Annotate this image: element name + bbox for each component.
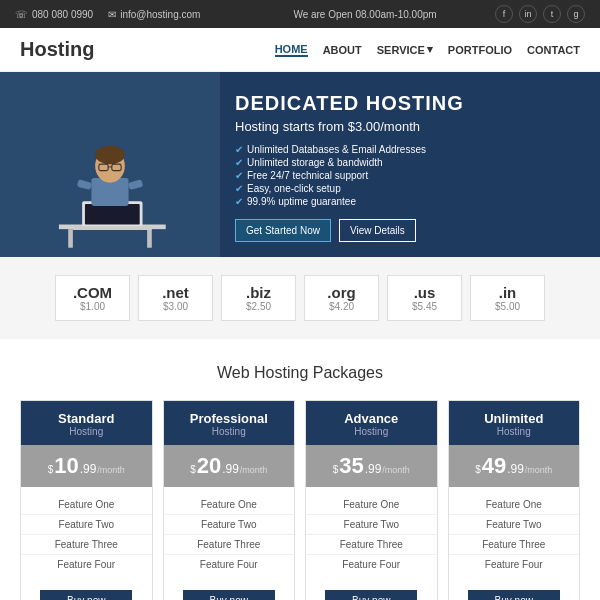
package-professional-footer: Buy now [164, 582, 295, 600]
package-advance: Advance Hosting $ 35 .99 /month Feature … [305, 400, 438, 600]
hero-subtitle: Hosting starts from $3.00/month [235, 119, 580, 134]
domain-com[interactable]: .COM $1.00 [55, 275, 130, 321]
nav-home[interactable]: HOME [275, 43, 308, 57]
twitter-icon[interactable]: t [543, 5, 561, 23]
svg-rect-2 [147, 229, 152, 248]
package-unlimited-header: Unlimited Hosting [449, 401, 580, 445]
nav-about[interactable]: ABOUT [323, 44, 362, 56]
feature-3: ✔Free 24/7 technical support [235, 170, 580, 181]
feature-2: ✔Unlimited storage & bandwidth [235, 157, 580, 168]
get-started-button[interactable]: Get Started Now [235, 219, 331, 242]
open-text: We are Open 08.00am-10.00pm [255, 9, 475, 20]
person-illustration [45, 127, 175, 257]
buy-professional-button[interactable]: Buy now [183, 590, 275, 600]
package-professional-header: Professional Hosting [164, 401, 295, 445]
package-unlimited: Unlimited Hosting $ 49 .99 /month Featur… [448, 400, 581, 600]
package-advance-footer: Buy now [306, 582, 437, 600]
packages-grid: Standard Hosting $ 10 .99 /month Feature… [20, 400, 580, 600]
domain-us[interactable]: .us $5.45 [387, 275, 462, 321]
buy-unlimited-button[interactable]: Buy now [468, 590, 560, 600]
email-icon: ✉ [108, 9, 116, 20]
package-advance-features: Feature One Feature Two Feature Three Fe… [306, 487, 437, 582]
package-standard-price: $ 10 .99 /month [21, 445, 152, 487]
package-standard-header: Standard Hosting [21, 401, 152, 445]
email-address: info@hosting.com [120, 9, 200, 20]
header: Hosting HOME ABOUT SERVICE ▾ PORTFOLIO C… [0, 28, 600, 72]
social-links: f in t g [495, 5, 585, 23]
domain-net[interactable]: .net $3.00 [138, 275, 213, 321]
main-nav: HOME ABOUT SERVICE ▾ PORTFOLIO CONTACT [275, 43, 580, 57]
domain-section: .COM $1.00 .net $3.00 .biz $2.50 .org $4… [0, 257, 600, 339]
view-details-button[interactable]: View Details [339, 219, 416, 242]
package-standard-features: Feature One Feature Two Feature Three Fe… [21, 487, 152, 582]
domain-org[interactable]: .org $4.20 [304, 275, 379, 321]
feature-4: ✔Easy, one-click setup [235, 183, 580, 194]
feature-1: ✔Unlimited Databases & Email Addresses [235, 144, 580, 155]
facebook-icon[interactable]: f [495, 5, 513, 23]
hero-features: ✔Unlimited Databases & Email Addresses ✔… [235, 144, 580, 207]
instagram-icon[interactable]: in [519, 5, 537, 23]
buy-standard-button[interactable]: Buy now [40, 590, 132, 600]
package-advance-price: $ 35 .99 /month [306, 445, 437, 487]
package-professional: Professional Hosting $ 20 .99 /month Fea… [163, 400, 296, 600]
topbar-left: ☏ 080 080 0990 ✉ info@hosting.com [15, 9, 235, 20]
hero-image [0, 72, 220, 257]
hero-title: DEDICATED HOSTING [235, 92, 580, 115]
package-unlimited-footer: Buy now [449, 582, 580, 600]
topbar: ☏ 080 080 0990 ✉ info@hosting.com We are… [0, 0, 600, 28]
svg-rect-4 [85, 204, 140, 224]
google-icon[interactable]: g [567, 5, 585, 23]
package-unlimited-features: Feature One Feature Two Feature Three Fe… [449, 487, 580, 582]
package-standard: Standard Hosting $ 10 .99 /month Feature… [20, 400, 153, 600]
domain-in[interactable]: .in $5.00 [470, 275, 545, 321]
package-professional-price: $ 20 .99 /month [164, 445, 295, 487]
package-advance-header: Advance Hosting [306, 401, 437, 445]
phone-number: 080 080 0990 [32, 9, 93, 20]
svg-rect-12 [77, 179, 92, 190]
nav-contact[interactable]: CONTACT [527, 44, 580, 56]
nav-service[interactable]: SERVICE ▾ [377, 43, 433, 56]
svg-rect-5 [73, 226, 152, 230]
domain-biz[interactable]: .biz $2.50 [221, 275, 296, 321]
svg-rect-13 [128, 179, 143, 190]
phone-icon: ☏ [15, 9, 28, 20]
svg-point-8 [95, 146, 125, 165]
logo: Hosting [20, 38, 275, 61]
feature-5: ✔99.9% uptime guarantee [235, 196, 580, 207]
package-unlimited-price: $ 49 .99 /month [449, 445, 580, 487]
hero-content: DEDICATED HOSTING Hosting starts from $3… [220, 72, 600, 257]
package-standard-footer: Buy now [21, 582, 152, 600]
packages-title: Web Hosting Packages [20, 364, 580, 382]
hero-section: DEDICATED HOSTING Hosting starts from $3… [0, 72, 600, 257]
nav-portfolio[interactable]: PORTFOLIO [448, 44, 512, 56]
buy-advance-button[interactable]: Buy now [325, 590, 417, 600]
email-item: ✉ info@hosting.com [108, 9, 200, 20]
packages-section: Web Hosting Packages Standard Hosting $ … [0, 339, 600, 600]
hero-buttons: Get Started Now View Details [235, 219, 580, 242]
package-professional-features: Feature One Feature Two Feature Three Fe… [164, 487, 295, 582]
svg-rect-1 [68, 229, 73, 248]
dropdown-arrow: ▾ [427, 43, 433, 56]
phone-item: ☏ 080 080 0990 [15, 9, 93, 20]
